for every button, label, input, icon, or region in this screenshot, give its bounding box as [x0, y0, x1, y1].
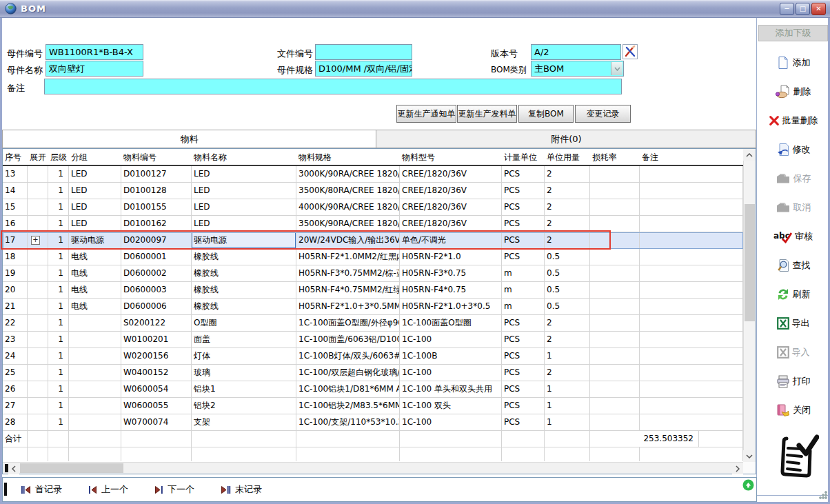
remark-input[interactable] [44, 79, 622, 94]
sidebar-button-label: 导入 [792, 346, 810, 359]
column-header-code[interactable]: 物料编号 [121, 149, 192, 165]
last-record-button[interactable]: 末记录 [221, 483, 262, 496]
previous-record-button[interactable]: 上一个 [88, 483, 128, 496]
sidebar-button-e588b7e696b0[interactable]: 刷新 [758, 284, 828, 305]
change-record-button[interactable]: 变更记录 [575, 105, 631, 123]
parent-code-input[interactable]: WB1100R1*B-B4-X [45, 44, 143, 60]
first-record-button[interactable]: 首记录 [21, 483, 62, 496]
next-record-button[interactable]: 下一个 [154, 483, 194, 496]
table-row[interactable]: 261W0600054铝块11C-100铝块1/D81*6MM AL1C-100… [3, 381, 743, 398]
update-production-notice-button[interactable]: 更新生产通知单 [396, 105, 456, 123]
update-production-issue-button[interactable]: 更新生产发料单 [457, 105, 517, 123]
vertical-scrollbar[interactable] [743, 149, 756, 462]
column-header-level[interactable]: 层级 [48, 149, 69, 165]
cell-model: H05RN-F3*0.75 [400, 265, 502, 282]
column-header-no[interactable]: 序号 [3, 149, 28, 165]
cell-unit: PCS [502, 332, 545, 348]
cell-spec: 20W/24VDC输入/输出36V 5 [296, 232, 400, 249]
column-header-expand[interactable]: 展开 [28, 149, 48, 165]
cell-note [640, 183, 743, 199]
cell-unit: PCS [502, 232, 545, 249]
table-row[interactable]: 201电线D0600003橡胶线H05RN-F4*0.75MM2/红绿蓝H05R… [3, 282, 743, 299]
table-row[interactable]: 181电线D0600001橡胶线H05RN-F2*1.0MM2/红黑内H05RN… [3, 249, 743, 265]
scroll-up-icon[interactable] [743, 149, 756, 161]
cell-expand [28, 199, 48, 216]
horizontal-scrollbar[interactable] [3, 462, 743, 474]
close-button[interactable]: ✕ [811, 3, 826, 15]
scroll-down-icon[interactable] [743, 450, 756, 462]
column-header-group[interactable]: 分组 [69, 149, 121, 165]
cell-no: 14 [3, 183, 28, 199]
sidebar-button-e5aea1e6a0b8[interactable]: abc审核 [758, 226, 828, 247]
expand-toggle[interactable]: + [31, 236, 40, 245]
column-header-spec[interactable]: 物料规格 [296, 149, 400, 165]
version-edit-button[interactable] [622, 44, 638, 59]
sidebar-button-e689b9e9878fe588a0e999a4[interactable]: 批量删除 [758, 110, 828, 131]
add-child-button[interactable]: 添加下级 [758, 25, 828, 41]
cell-no: 18 [3, 249, 28, 265]
cell-unit: m [502, 282, 545, 299]
scroll-left-icon[interactable] [8, 463, 19, 474]
table-row[interactable]: 161LEDD0100162LED3500K/90RA/CREE 1820/3C… [3, 216, 743, 232]
cell-qty: 2 [545, 199, 590, 216]
table-row[interactable]: 251W0400152玻璃1C-100/双层超白钢化玻璃/1C-100PCS2 [3, 365, 743, 381]
file-code-input[interactable] [315, 44, 412, 60]
scroll-right-icon[interactable] [732, 463, 743, 474]
column-header-unit[interactable]: 计量单位 [502, 149, 545, 165]
tab-materials[interactable]: 物料 [3, 130, 376, 148]
previous-record-label: 上一个 [101, 483, 128, 496]
sidebar-button-label: 关闭 [793, 404, 811, 416]
record-navigation-bar: 首记录 上一个 下一个 末记录 [2, 477, 757, 502]
table-row[interactable]: 17+1驱动电源D0200097驱动电源20W/24VDC输入/输出36V 5单… [3, 232, 743, 249]
minimize-button[interactable]: ─ [780, 3, 794, 15]
table-row[interactable]: 151LEDD0100155LED4000K/90RA/CREE 1820/3C… [3, 199, 743, 216]
cell-expand [28, 381, 48, 398]
status-green-icon [742, 479, 754, 494]
resize-grip[interactable] [819, 491, 827, 499]
sidebar-button-e69fa5e689be[interactable]: 查找 [758, 255, 828, 276]
maximize-icon: □ [800, 5, 806, 12]
table-row[interactable]: 271W0600055铝块21C-100铝块2/M83.5*6MM A1C-10… [3, 398, 743, 414]
parent-spec-label: 母件规格 [277, 64, 313, 77]
table-row[interactable]: 241W0200156灯体1C-100B灯体/双头/6063#铝1C-100BP… [3, 348, 743, 365]
cell-model: 1C-100 [400, 365, 502, 381]
sidebar-button-e6b7bbe58aa0[interactable]: 添加 [758, 52, 828, 73]
table-row[interactable]: 221S0200122O型圈1C-100面盖O型圈/外径φ901C-100面盖O… [3, 315, 743, 332]
table-row[interactable]: 141LEDD0100128LED3500K/80RA/CREE 1820/3C… [3, 183, 743, 199]
bom-type-value: 主BOM [534, 63, 564, 74]
column-header-note[interactable]: 备注 [640, 149, 743, 165]
sidebar-button-e588a0e999a4[interactable]: 删除 [758, 81, 828, 102]
sidebar-button-e585b3e997ad[interactable]: 关闭 [758, 400, 828, 421]
table-row[interactable]: 281W0700074支架1C-100/支架/110*53*10.31C-100… [3, 414, 743, 431]
parent-name-input[interactable]: 双向壁灯 [45, 61, 143, 77]
last-record-icon [221, 485, 231, 494]
cell-qty: 1 [545, 414, 590, 431]
cell-level: 1 [48, 183, 69, 199]
column-header-model[interactable]: 物料型号 [400, 149, 502, 165]
bom-type-select[interactable]: 主BOM [531, 61, 624, 77]
vertical-scroll-thumb[interactable] [745, 204, 755, 321]
cell-code: D0600001 [121, 249, 192, 265]
column-header-loss[interactable]: 损耗率 [590, 149, 640, 165]
table-row[interactable]: 211电线D0600006橡胶线H05RN-F2*1.0+3*0.5MM2/H0… [3, 299, 743, 315]
cancel-folder-icon [776, 201, 791, 214]
sidebar-button-e4bfaee694b9[interactable]: 修改 [758, 139, 828, 160]
total-value: 253.503352 [590, 431, 699, 447]
maximize-button[interactable]: □ [796, 3, 810, 15]
chevron-down-icon[interactable] [611, 62, 622, 75]
copy-bom-button[interactable]: 复制BOM [518, 105, 574, 123]
table-row[interactable]: 231W0100201面盖1C-100面盖/6063铝/D100*1C-100P… [3, 332, 743, 348]
minimize-icon: ─ [785, 5, 789, 12]
cell-loss [590, 216, 640, 232]
horizontal-scroll-thumb[interactable] [20, 463, 123, 473]
sidebar-button-e68993e58db0[interactable]: 打印 [758, 371, 828, 392]
parent-spec-input[interactable]: D100/MM /双向/铝/固定板 [315, 61, 412, 77]
tab-attachments[interactable]: 附件(0) [377, 130, 756, 148]
table-row[interactable]: 131LEDD0100127LED3000K/90RA/CREE 1820/3C… [3, 166, 743, 183]
column-header-qty[interactable]: 单位用量 [545, 149, 590, 165]
cell-expand [28, 398, 48, 414]
sidebar-button-e5afbce587ba[interactable]: 导出 [758, 313, 828, 334]
table-row[interactable]: 191电线D0600002橡胶线H05RN-F3*0.75MM2/棕-蓝-H05… [3, 265, 743, 282]
column-header-name[interactable]: 物料名称 [192, 149, 296, 165]
version-input[interactable]: A/2 [531, 44, 621, 60]
